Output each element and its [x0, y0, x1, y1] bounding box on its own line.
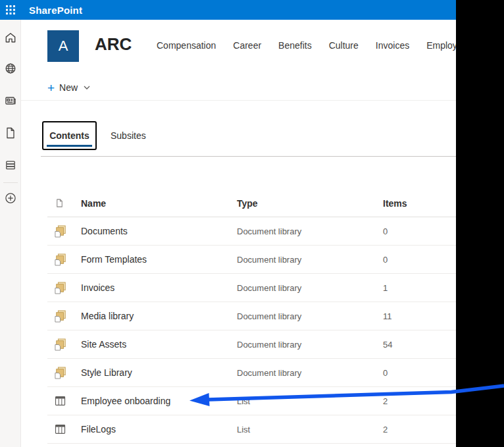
- column-header-items[interactable]: Items: [383, 198, 456, 209]
- document-library-icon: [47, 310, 81, 323]
- rail-divider: [3, 182, 18, 183]
- new-button[interactable]: + New: [47, 80, 90, 95]
- document-library-icon: [47, 282, 81, 294]
- command-bar-divider: [21, 100, 456, 101]
- document-library-icon: [47, 338, 81, 351]
- nav-item-culture[interactable]: Culture: [329, 40, 359, 51]
- table-row[interactable]: FileLogs List 2: [47, 415, 456, 444]
- home-icon[interactable]: [4, 31, 17, 44]
- app-launcher-button[interactable]: [0, 0, 21, 20]
- table-row[interactable]: Media library Document library 11: [47, 302, 456, 330]
- cropped-black-region: [456, 0, 504, 447]
- table-row[interactable]: Documents Document library 0: [47, 217, 456, 246]
- nav-item-invoices[interactable]: Invoices: [376, 40, 409, 51]
- tab-subsites[interactable]: Subsites: [111, 121, 146, 150]
- nav-item-benefits[interactable]: Benefits: [278, 40, 312, 51]
- document-library-icon: [47, 253, 81, 266]
- news-icon[interactable]: [4, 94, 17, 107]
- table-row[interactable]: Employee onboarding List 2: [47, 387, 456, 415]
- plus-icon: +: [47, 82, 55, 94]
- table-row[interactable]: Site Assets Document library 54: [47, 330, 456, 359]
- site-contents-table: Name Type Items Documents Document libra…: [47, 190, 456, 444]
- site-navigation: Compensation Career Benefits Culture Inv…: [157, 40, 472, 51]
- nav-item-compensation[interactable]: Compensation: [157, 40, 216, 51]
- chevron-down-icon: [84, 86, 90, 90]
- lists-icon[interactable]: [4, 159, 17, 172]
- table-row[interactable]: Style Library Document library 0: [47, 359, 456, 387]
- file-type-column-icon: [47, 197, 81, 209]
- site-title[interactable]: ARC: [95, 34, 132, 55]
- nav-item-career[interactable]: Career: [233, 40, 261, 51]
- suite-title: SharePoint: [29, 5, 82, 16]
- table-row[interactable]: Form Templates Document library 0: [47, 246, 456, 274]
- create-site-icon[interactable]: [4, 192, 17, 205]
- list-icon: [47, 396, 81, 406]
- table-row[interactable]: Invoices Document library 1: [47, 274, 456, 302]
- new-button-label: New: [59, 82, 78, 93]
- document-library-icon: [47, 225, 81, 238]
- left-app-rail: [0, 20, 21, 447]
- tab-contents-label: Contents: [49, 130, 89, 141]
- selected-tab-underline: [47, 145, 92, 147]
- globe-icon[interactable]: [4, 62, 17, 75]
- main-content: A ARC Compensation Career Benefits Cultu…: [21, 20, 456, 447]
- list-icon: [47, 424, 81, 434]
- table-header-row: Name Type Items: [47, 190, 456, 217]
- waffle-icon: [5, 5, 16, 15]
- column-header-type[interactable]: Type: [237, 198, 383, 209]
- site-logo[interactable]: A: [47, 30, 79, 62]
- tab-contents[interactable]: Contents: [42, 121, 97, 150]
- column-header-name[interactable]: Name: [81, 198, 237, 209]
- sharepoint-site-contents-page: SharePoint: [0, 0, 504, 447]
- document-library-icon: [47, 367, 81, 379]
- tabs-divider: [41, 156, 456, 157]
- suite-header-bar: SharePoint: [0, 0, 456, 20]
- document-icon[interactable]: [4, 126, 17, 140]
